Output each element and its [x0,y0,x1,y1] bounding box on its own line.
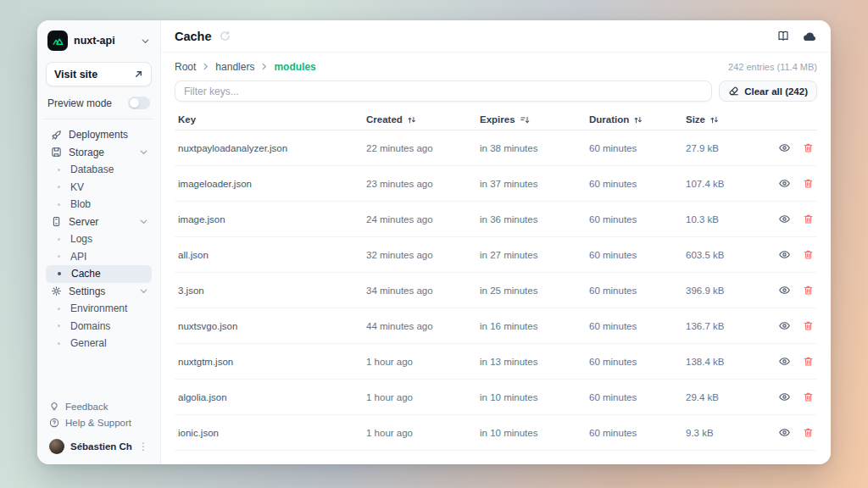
view-entry-button[interactable] [778,214,791,225]
kebab-menu-icon[interactable]: ⋮ [138,441,148,452]
table-row: nuxtsvgo.json 44 minutes ago in 16 minut… [175,308,817,344]
view-entry-button[interactable] [778,178,791,189]
column-header-expires[interactable]: Expires [480,114,586,125]
view-entry-button[interactable] [778,320,791,331]
docs-book-icon[interactable] [776,30,790,42]
sidebar-item-help-support[interactable]: Help & Support [46,414,152,430]
cache-key: nuxtgtm.json [178,357,363,367]
view-entry-button[interactable] [778,427,791,438]
delete-entry-button[interactable] [803,249,814,260]
eye-icon [778,178,791,189]
breadcrumb-handlers[interactable]: handlers [215,61,254,73]
sidebar-item-general[interactable]: General [46,335,152,352]
view-entry-button[interactable] [778,285,791,296]
size-value: 27.9 kB [686,143,758,153]
cache-key: imageloader.json [178,179,363,189]
project-selector[interactable]: nuxt-api [46,30,152,51]
filter-keys-input[interactable] [175,80,712,102]
expires-value: in 36 minutes [480,214,586,225]
delete-entry-button[interactable] [803,320,814,331]
trash-icon [803,142,814,153]
created-value: 22 minutes ago [366,143,476,153]
duration-value: 60 minutes [589,357,682,367]
breadcrumb-row: Root handlers modules 242 entries (11.4 … [161,53,831,80]
duration-value: 60 minutes [589,286,682,296]
duration-value: 60 minutes [589,428,682,438]
filter-row: Clear all (242) [161,80,831,109]
clear-all-button[interactable]: Clear all (242) [719,80,817,102]
cache-key: nuxtsvgo.json [178,321,363,331]
bullet-icon [58,186,60,188]
sidebar: nuxt-api Visit site Preview mode Deploym… [37,20,161,464]
created-value: 1 hour ago [366,428,476,438]
clear-all-label: Clear all (242) [744,86,808,97]
expires-value: in 27 minutes [480,250,586,260]
sidebar-item-logs[interactable]: Logs [46,230,152,248]
help-circle-icon [49,418,59,428]
sidebar-item-blob[interactable]: Blob [46,196,152,214]
cache-table: Key Created Expires Duration Size [161,109,831,464]
eye-icon [778,214,791,225]
sidebar-item-cache[interactable]: Cache [46,265,152,283]
sidebar-item-environment[interactable]: Environment [46,300,152,318]
delete-entry-button[interactable] [803,391,814,402]
chevron-right-icon [202,63,209,70]
created-value: 1 hour ago [366,392,476,402]
preview-mode-label: Preview mode [47,97,112,109]
delete-entry-button[interactable] [803,214,814,225]
trash-icon [803,391,814,402]
page-title: Cache [175,30,212,43]
sidebar-item-api[interactable]: API [46,248,152,266]
refresh-icon[interactable] [220,30,231,42]
column-header-key[interactable]: Key [178,114,363,125]
created-value: 44 minutes ago [366,321,476,331]
duration-value: 60 minutes [589,392,682,402]
view-entry-button[interactable] [778,391,791,402]
eye-icon [778,320,791,331]
bullet-icon [58,255,60,258]
bullet-icon [58,238,60,241]
user-menu[interactable]: Sébastien Cho... ⋮ [46,437,152,456]
delete-entry-button[interactable] [803,142,814,153]
sidebar-item-feedback[interactable]: Feedback [46,398,152,414]
delete-entry-button[interactable] [803,178,814,189]
breadcrumb-root[interactable]: Root [175,61,196,73]
sidebar-item-storage[interactable]: Storage [46,144,152,162]
storage-icon [51,147,63,158]
sidebar-item-kv[interactable]: KV [46,179,152,197]
sidebar-item-domains[interactable]: Domains [46,318,152,336]
visit-site-button[interactable]: Visit site [46,62,152,86]
cache-key: algolia.json [178,392,363,402]
entries-summary: 242 entries (11.4 MB) [728,62,817,72]
column-header-size[interactable]: Size [686,114,758,125]
table-row: 3.json 34 minutes ago in 25 minutes 60 m… [175,273,817,308]
sidebar-item-database[interactable]: Database [46,161,152,179]
cache-key: ionic.json [178,428,363,438]
preview-mode-row: Preview mode [46,97,152,109]
trash-icon [803,427,814,438]
toggle-knob [130,98,139,108]
bullet-icon [58,324,60,327]
column-header-created[interactable]: Created [366,114,476,125]
column-header-duration[interactable]: Duration [589,114,682,125]
delete-entry-button[interactable] [803,285,814,296]
eye-icon [778,285,791,296]
sort-updown-icon [633,115,643,125]
bullet-icon [58,342,60,345]
sidebar-item-server[interactable]: Server [46,214,152,231]
chevron-right-icon [260,63,268,70]
eraser-icon [728,86,739,97]
view-entry-button[interactable] [778,142,791,153]
sidebar-item-deployments[interactable]: Deployments [46,126,152,144]
size-value: 29.4 kB [686,392,758,402]
delete-entry-button[interactable] [803,356,814,367]
feedback-label: Feedback [65,402,108,412]
cloud-icon[interactable] [803,30,817,42]
breadcrumb-modules[interactable]: modules [274,61,315,73]
delete-entry-button[interactable] [803,427,814,438]
view-entry-button[interactable] [778,356,791,367]
preview-mode-toggle[interactable] [128,97,150,109]
sidebar-item-settings[interactable]: Settings [46,283,152,301]
size-value: 138.4 kB [686,357,758,367]
view-entry-button[interactable] [778,249,791,260]
